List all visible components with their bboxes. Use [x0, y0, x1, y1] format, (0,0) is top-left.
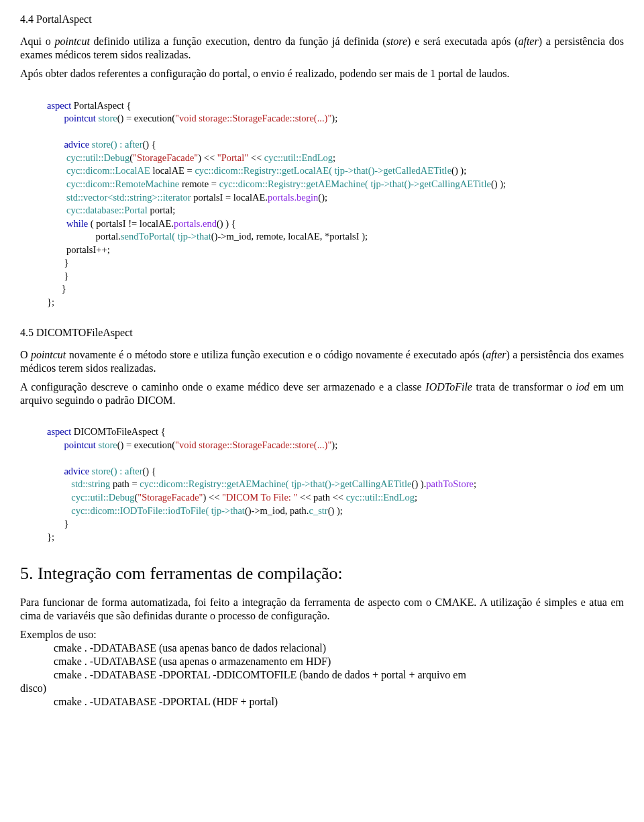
section-4-5-para1: O pointcut novamente é o método store e … — [20, 348, 624, 375]
code-keyword: pointcut — [64, 440, 96, 450]
code-text: () { — [143, 139, 156, 150]
code-class: cyc::dicom::IODToFile::iodToFile — [71, 505, 205, 516]
code-class: std::string — [71, 478, 110, 489]
code-text: } — [64, 518, 68, 529]
code-text: ) << — [203, 492, 222, 503]
code-text: }; — [47, 531, 54, 542]
text: Aqui o — [20, 36, 54, 47]
code-string: "void storage::StorageFacade::store(...)… — [175, 440, 331, 450]
code-class: cyc::database::Portal — [66, 205, 148, 215]
code-text: portal. — [96, 231, 121, 242]
code-class: cyc::dicom::LocalAE — [66, 165, 150, 176]
code-text: () ) { — [217, 218, 236, 229]
text: ) e será executada após ( — [407, 36, 518, 47]
text-italic: store — [386, 36, 407, 47]
section-5-para1: Para funcionar de forma automatizada, fo… — [20, 596, 624, 623]
code-text: << path << — [297, 492, 345, 503]
code-text: () ); — [328, 505, 343, 516]
code-member: portals.begin — [268, 192, 318, 203]
section-4-4-heading: 4.4 PortalAspect — [20, 13, 624, 25]
example-3b: disco) — [20, 682, 624, 695]
code-text: () ); — [491, 178, 506, 189]
code-text: path = — [110, 478, 140, 489]
code-keyword: pointcut — [64, 113, 96, 123]
code-fn: ()->getCallingAETitle — [325, 478, 411, 489]
code-text: DICOMToFileAspect { — [71, 426, 165, 437]
text-italic: after — [486, 349, 506, 360]
code-string: "void storage::StorageFacade::store(...)… — [175, 113, 331, 123]
examples-block: cmake . -DDATABASE (usa apenas banco de … — [20, 641, 624, 709]
text-italic: iod — [576, 381, 589, 393]
code-class: cyc::dicom::Registry::getAEMachine — [140, 478, 285, 489]
code-text: () { — [143, 466, 156, 476]
example-2: cmake . -UDATABASE (usa apenas o armazen… — [20, 655, 624, 668]
section-4-5-heading: 4.5 DICOMTOFileAspect — [20, 327, 624, 339]
code-fn: ( tjp->that — [329, 165, 368, 176]
code-string: "Portal" — [217, 152, 248, 163]
text-italic: after — [518, 36, 538, 47]
text: O — [20, 349, 31, 360]
code-text: } — [64, 270, 68, 281]
code-member: portals.end — [174, 218, 217, 229]
code-string: "StorageFacade" — [133, 152, 198, 163]
section-4-4-para1: Aqui o pointcut definido utiliza a funçã… — [20, 35, 624, 62]
code-text: PortalAspect { — [71, 100, 131, 111]
code-fn: ()->getCallingAETitle — [405, 178, 491, 189]
example-4: cmake . -UDATABASE -DPORTAL (HDF + porta… — [20, 695, 624, 709]
code-fn: () : after — [111, 139, 143, 150]
code-text: ; — [333, 152, 335, 163]
code-keyword: aspect — [47, 426, 71, 437]
code-text: ()->m_iod, remote, localAE, *portalsI ); — [211, 231, 368, 242]
code-string: "StorageFacade" — [138, 492, 203, 503]
text-italic: pointcut — [54, 36, 89, 47]
code-text: << — [248, 152, 264, 163]
code-member: pathToStore — [426, 478, 474, 489]
code-text: localAE = — [150, 165, 195, 176]
text-italic: pointcut — [31, 349, 66, 360]
text-italic: IODToFile — [425, 381, 472, 393]
code-fn: store — [96, 440, 117, 450]
code-text: () ). — [412, 478, 427, 489]
code-fn: ( tjp->that — [286, 478, 325, 489]
code-fn: c_str — [309, 505, 327, 516]
code-text: ; — [474, 478, 476, 489]
code-fn: ( tjp->that — [172, 231, 211, 242]
code-class: cyc::util::Debug — [66, 152, 129, 163]
text: A configuração descreve o caminho onde o… — [20, 381, 425, 393]
code-dicom-aspect: aspect DICOMToFileAspect { pointcut stor… — [47, 413, 624, 544]
code-text: }; — [47, 297, 54, 307]
code-keyword: advice — [64, 139, 89, 150]
code-text: (); — [318, 192, 327, 203]
code-text: } — [62, 283, 66, 294]
code-text: } — [64, 257, 68, 268]
code-text: ()->m_iod, path. — [245, 505, 309, 516]
code-portal-aspect: aspect PortalAspect { pointcut store() =… — [47, 86, 624, 309]
code-text: portalsI = localAE. — [191, 192, 268, 203]
section-4-5-para2: A configuração descreve o caminho onde o… — [20, 380, 624, 407]
code-text: ; — [415, 492, 417, 503]
examples-label: Exemplos de uso: — [20, 628, 624, 641]
code-text: portalsI++; — [66, 244, 110, 255]
code-class: cyc::util::EndLog — [264, 152, 333, 163]
code-text: ) << — [198, 152, 217, 163]
code-text: ); — [331, 113, 337, 123]
code-keyword: aspect — [47, 100, 71, 111]
code-class: cyc::dicom::Registry::getLocalAE — [195, 165, 329, 176]
example-1: cmake . -DDATABASE (usa apenas banco de … — [20, 641, 624, 655]
code-fn: store — [96, 113, 117, 123]
code-text: portal; — [148, 205, 175, 215]
code-keyword: advice — [64, 466, 89, 476]
code-fn: ()->getCalledAETitle — [368, 165, 451, 176]
code-class: cyc::dicom::Registry::getAEMachine — [219, 178, 365, 189]
code-fn: store — [89, 139, 111, 150]
code-fn: sendToPortal — [121, 231, 172, 242]
code-text: remote = — [179, 178, 219, 189]
code-string: "DICOM To File: " — [222, 492, 297, 503]
code-text: ( portalsI != localAE. — [88, 218, 174, 229]
code-fn: ( tjp->that — [205, 505, 245, 516]
example-3a: cmake . -DDATABASE -DPORTAL -DDICOMTOFIL… — [20, 668, 624, 682]
code-class: cyc::dicom::RemoteMachine — [66, 178, 179, 189]
section-4-4-para2: Após obter dados referentes a configuraç… — [20, 67, 624, 81]
code-fn: () : after — [111, 466, 143, 476]
section-5-heading: 5. Integração com ferramentas de compila… — [20, 564, 624, 584]
